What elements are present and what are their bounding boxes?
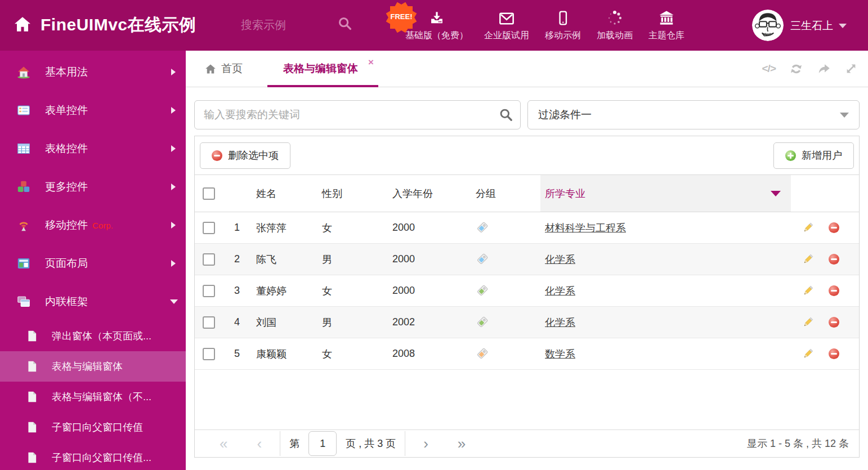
major-link[interactable]: 化学系 [545,284,575,298]
sidebar-item-more-controls[interactable]: 更多控件 [0,168,186,206]
column-header-major-label: 所学专业 [545,187,585,200]
cell-gender: 女 [321,212,387,243]
chevron-down-icon [170,299,178,304]
corp-badge: Corp. [92,221,113,230]
row-checkbox[interactable] [203,222,215,234]
sidebar-item-inline-frame[interactable]: 内联框架 [0,283,186,321]
cell-year: 2000 [387,244,474,275]
user-menu[interactable]: 三生石上 [790,19,847,33]
refresh-icon[interactable] [789,62,803,76]
sidebar-subitem-child-to-parent[interactable]: 子窗口向父窗口传值 [0,412,186,442]
house-icon [17,65,30,79]
sidebar-item-mobile-controls[interactable]: 移动控件 Corp. [0,206,186,244]
cell-index: 2 [223,244,249,275]
chevron-down-icon [840,113,849,118]
content-area: 首页 表格与编辑窗体 过滤条件一 [186,51,868,470]
major-link[interactable]: 化学系 [545,253,575,266]
cell-year: 2000 [387,212,474,243]
cell-gender: 男 [321,244,387,275]
delete-icon[interactable] [829,254,839,265]
nav-label: 主题仓库 [648,30,684,42]
nav-item-mobile-demo[interactable]: 移动示例 [537,9,589,42]
cell-name: 康颖颖 [249,338,321,369]
nav-label: 基础版（免费） [405,30,468,42]
tab-label: 首页 [221,61,243,76]
nav-item-enterprise-trial[interactable]: 企业版试用 [476,9,537,42]
nav-item-basic-edition[interactable]: 基础版（免费） [397,9,476,42]
header-search-input[interactable]: 搜索示例 [241,17,286,33]
edit-pencil-icon[interactable] [802,316,814,328]
row-checkbox[interactable] [203,348,215,360]
delete-selected-button[interactable]: 删除选中项 [200,142,290,169]
column-header-name: 姓名 [249,175,321,212]
sidebar-item-form-controls[interactable]: 表单控件 [0,91,186,129]
major-link[interactable]: 数学系 [545,347,575,361]
delete-icon[interactable] [829,285,839,296]
major-link[interactable]: 化学系 [545,316,575,329]
last-page-button[interactable] [458,436,466,451]
page-icon [26,391,38,403]
sidebar-subitem-popup-window[interactable]: 弹出窗体（本页面或... [0,321,186,351]
layout-icon [17,257,30,270]
edit-pencil-icon[interactable] [802,348,814,360]
select-all-checkbox[interactable] [203,187,215,200]
cell-name: 陈飞 [249,244,321,275]
home-icon[interactable] [14,16,32,33]
tab-grid-edit-window[interactable]: 表格与编辑窗体 [267,51,378,87]
chevron-right-icon [171,260,176,267]
sidebar-subitem-grid-edit-window-2[interactable]: 表格与编辑窗体（不... [0,382,186,412]
mobile-icon [556,9,570,26]
add-button-label: 新增用户 [802,149,842,162]
expand-icon[interactable] [844,62,858,75]
sidebar-subitem-label: 弹出窗体（本页面或... [52,329,151,343]
header-nav: 基础版（免费） 企业版试用 移动示例 加载动画 [397,0,692,51]
search-icon[interactable] [499,108,513,122]
app-header: FineUIMvc在线示例 搜索示例 FREE! 基础版（免费） 企业版试用 移… [0,0,868,51]
add-user-button[interactable]: 新增用户 [773,142,854,169]
search-icon[interactable] [338,16,352,31]
sidebar-item-label: 移动控件 [45,218,88,232]
chevron-right-icon [171,222,176,229]
filter-dropdown[interactable]: 过滤条件一 [527,100,860,129]
divider [405,431,405,456]
row-checkbox[interactable] [203,253,215,266]
table-header-row: 姓名 性别 入学年份 分组 所学专业 [195,174,859,212]
sidebar-item-label: 表格控件 [45,141,88,156]
nav-item-loading-animation[interactable]: 加载动画 [589,9,641,42]
source-code-icon[interactable] [762,62,776,75]
column-header-gender: 性别 [321,175,387,212]
sidebar-item-label: 内联框架 [45,294,88,309]
sidebar-subitem-grid-edit-window[interactable]: 表格与编辑窗体 [0,351,186,382]
column-header-major[interactable]: 所学专业 [540,175,791,212]
row-checkbox[interactable] [203,316,215,329]
bank-icon [658,9,675,26]
next-page-button[interactable] [423,436,428,451]
sidebar-item-grid-controls[interactable]: 表格控件 [0,129,186,168]
edit-pencil-icon[interactable] [802,285,814,297]
share-icon[interactable] [817,62,831,76]
edit-pencil-icon[interactable] [802,253,814,265]
filter-dropdown-value: 过滤条件一 [538,108,592,122]
cell-gender: 女 [321,338,387,369]
tag-icon [476,316,488,329]
sidebar-subitem-child-to-parent-2[interactable]: 子窗口向父窗口传值... [0,442,186,470]
delete-icon[interactable] [829,222,839,233]
user-avatar[interactable] [752,10,784,41]
first-page-button[interactable] [220,436,227,451]
tab-home[interactable]: 首页 [205,61,243,76]
keyword-search-input[interactable] [194,100,521,129]
page-icon [26,451,38,464]
tab-toolbar [762,51,858,87]
sidebar-item-page-layout[interactable]: 页面布局 [0,244,186,283]
column-header-group: 分组 [474,175,540,212]
delete-icon[interactable] [829,348,839,359]
close-icon[interactable] [368,57,374,67]
edit-pencil-icon[interactable] [802,222,814,234]
nav-item-theme-repo[interactable]: 主题仓库 [641,9,692,42]
delete-icon[interactable] [829,317,839,328]
major-link[interactable]: 材料科学与工程系 [545,221,626,235]
row-checkbox[interactable] [203,285,215,297]
prev-page-button[interactable] [257,436,262,451]
page-number-input[interactable] [308,431,337,456]
sidebar-item-basic-usage[interactable]: 基本用法 [0,53,186,91]
